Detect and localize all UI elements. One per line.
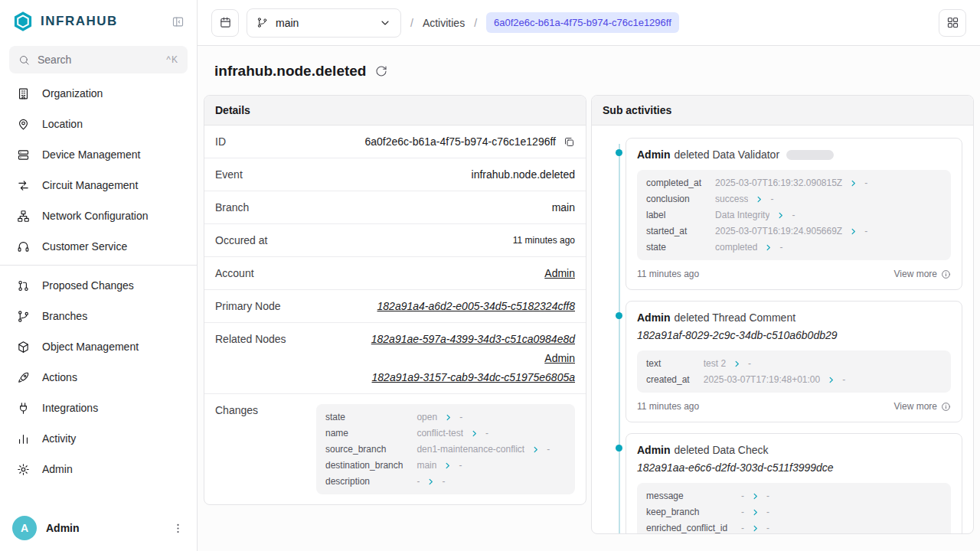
apps-icon (946, 16, 959, 29)
activity-action: deleted Data Check (675, 444, 769, 456)
view-more-link[interactable]: View more (894, 401, 951, 412)
avatar: A (12, 516, 37, 540)
branch-name: main (276, 17, 299, 29)
calendar-button[interactable] (211, 9, 239, 37)
cube-icon (17, 341, 30, 354)
search-icon (18, 54, 30, 66)
prop-key: conclusion (646, 194, 701, 204)
sidebar-item-label: Customer Service (42, 240, 127, 253)
sidebar-item-object-management[interactable]: Object Management (9, 331, 188, 362)
prop-key: completed_at (646, 178, 701, 188)
prop-key: state (646, 242, 701, 253)
detail-row-branch: Branch main (204, 191, 586, 224)
search-placeholder: Search (38, 54, 71, 66)
prop-after: - (459, 460, 462, 471)
breadcrumb-separator: / (474, 17, 477, 29)
sidebar-item-integrations[interactable]: Integrations (9, 393, 188, 423)
chevron-down-icon (379, 17, 391, 29)
details-panel-title: Details (204, 96, 586, 126)
sidebar-item-label: Device Management (42, 148, 140, 161)
activity-time: 11 minutes ago (637, 401, 699, 412)
breadcrumb-separator: / (410, 17, 413, 29)
sidebar-item-network-configuration[interactable]: Network Configuration (9, 201, 188, 231)
detail-row-related-nodes: Related Nodes 182a91ae-597a-4399-34d3-c5… (204, 323, 586, 394)
apps-button[interactable] (939, 9, 966, 37)
skeleton-placeholder (786, 150, 834, 160)
account-link[interactable]: Admin (544, 267, 575, 279)
branch-value: main (261, 201, 575, 214)
branch-selector[interactable]: main (247, 8, 401, 37)
row-label: Branch (215, 201, 249, 214)
logo-text: INFRAHUB (41, 14, 118, 29)
prop-after: - (792, 210, 795, 220)
related-node-link[interactable]: Admin (544, 352, 575, 364)
refresh-icon[interactable] (375, 65, 387, 77)
breadcrumb-activity-id[interactable]: 6a0f2e6c-b61a-4f75-b974-c76c1e1296ff (486, 12, 679, 33)
row-label: Primary Node (215, 300, 281, 312)
activity-node-id: 182a91aa-e6c6-d2fd-303d-c511f3999dce (637, 461, 951, 474)
prop-value: conflict-test (416, 428, 463, 439)
timeline-item: Admin deleted Data Validator completed_a… (626, 138, 962, 290)
search-input[interactable]: Search ^K (9, 46, 188, 73)
timeline-item: Admin deleted Data Check 182a91aa-e6c6-d… (626, 433, 962, 533)
infrahub-logo[interactable]: INFRAHUB (12, 11, 118, 32)
changes-props: state open- name conflict-test- source_b… (316, 404, 575, 494)
info-icon (941, 402, 951, 412)
sidebar-item-label: Location (42, 118, 83, 130)
sub-activity-card[interactable]: Admin deleted Data Check 182a91aa-e6c6-d… (626, 433, 962, 533)
sidebar-item-proposed-changes[interactable]: Proposed Changes (9, 270, 188, 301)
related-node-link[interactable]: 182a91ae-597a-4399-34d3-c51ca0984e8d (371, 333, 575, 345)
prop-after: - (485, 428, 488, 439)
info-icon (941, 269, 951, 279)
prop-value: - (741, 491, 744, 501)
chevron-right-icon (470, 429, 479, 438)
sidebar-item-circuit-management[interactable]: Circuit Management (9, 170, 188, 201)
view-more-label: View more (894, 269, 937, 279)
prop-after: - (748, 358, 751, 369)
prop-after: - (442, 476, 445, 487)
sidebar-item-label: Network Configuration (42, 210, 149, 222)
activity-actor: Admin (637, 444, 671, 456)
git-branch-icon (17, 310, 30, 323)
view-more-link[interactable]: View more (894, 269, 951, 279)
row-label: ID (215, 135, 226, 148)
sub-activity-card[interactable]: Admin deleted Data Validator completed_a… (626, 138, 962, 290)
primary-node-link[interactable]: 182a91a4-a6d2-e005-34d5-c5182324cff8 (377, 300, 575, 312)
prop-after: - (770, 194, 773, 204)
network-icon (17, 210, 30, 223)
row-label: Occured at (215, 234, 267, 246)
chevron-right-icon (426, 478, 435, 486)
main-area: main / Activities / 6a0f2e6c-b61a-4f75-b… (198, 0, 980, 551)
sidebar-item-actions[interactable]: Actions (9, 362, 188, 393)
sidebar-item-branches[interactable]: Branches (9, 301, 188, 331)
detail-row-id: ID 6a0f2e6c-b61a-4f75-b974-c76c1e1296ff (204, 126, 586, 158)
details-panel: Details ID 6a0f2e6c-b61a-4f75-b974-c76c1… (204, 95, 586, 505)
sidebar-item-label: Actions (42, 371, 77, 383)
sidebar-item-label: Organization (42, 87, 103, 99)
server-icon (17, 148, 30, 161)
prop-after: - (766, 523, 769, 533)
view-more-label: View more (894, 401, 937, 412)
infrahub-logo-icon (12, 11, 34, 32)
sidebar-item-admin[interactable]: Admin (9, 454, 188, 484)
prop-after: - (779, 242, 782, 253)
top-bar: main / Activities / 6a0f2e6c-b61a-4f75-b… (198, 0, 980, 46)
kebab-menu-icon[interactable] (172, 522, 185, 535)
related-node-link[interactable]: 182a91a9-3157-cab9-34dc-c51975e6805a (372, 371, 575, 383)
sidebar-item-organization[interactable]: Organization (9, 78, 188, 109)
copy-icon[interactable] (564, 136, 575, 148)
sidebar-item-device-management[interactable]: Device Management (9, 139, 188, 170)
activity-time: 11 minutes ago (637, 269, 699, 279)
occured-at-value: 11 minutes ago (279, 235, 575, 246)
row-label: Event (215, 168, 243, 181)
collapse-sidebar-icon[interactable] (172, 15, 185, 28)
breadcrumb-activities[interactable]: Activities (423, 17, 465, 29)
sidebar-item-activity[interactable]: Activity (9, 423, 188, 454)
chevron-right-icon (751, 508, 760, 517)
sidebar-item-customer-service[interactable]: Customer Service (9, 231, 188, 262)
prop-key: label (646, 210, 701, 220)
prop-value: completed (715, 242, 757, 253)
sub-activity-card[interactable]: Admin deleted Thread Comment 182a91af-80… (626, 301, 962, 422)
sidebar-item-location[interactable]: Location (9, 109, 188, 139)
bar-chart-icon (17, 432, 30, 445)
